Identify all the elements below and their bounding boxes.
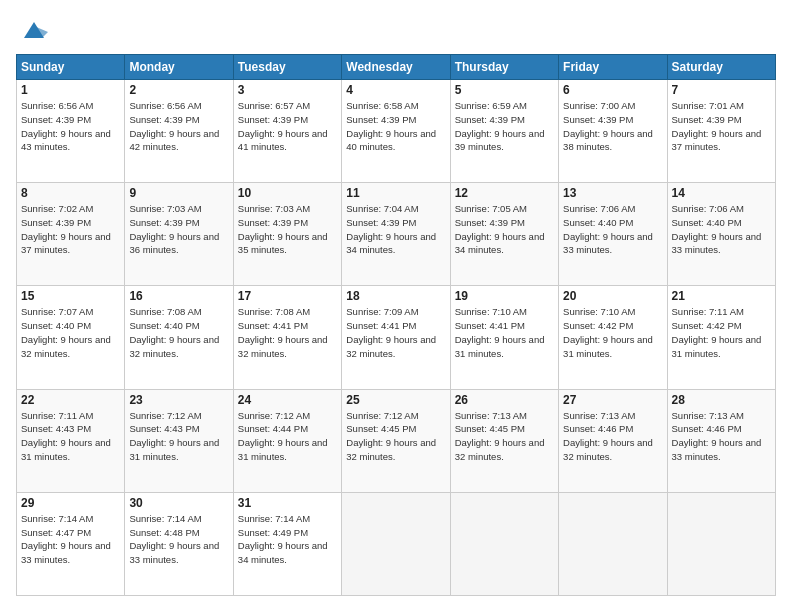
weekday-tuesday: Tuesday — [233, 55, 341, 80]
day-number: 9 — [129, 186, 228, 200]
calendar-week-5: 29 Sunrise: 7:14 AMSunset: 4:47 PMDaylig… — [17, 492, 776, 595]
calendar-cell: 11 Sunrise: 7:04 AMSunset: 4:39 PMDaylig… — [342, 183, 450, 286]
calendar-cell: 24 Sunrise: 7:12 AMSunset: 4:44 PMDaylig… — [233, 389, 341, 492]
day-info: Sunrise: 7:06 AMSunset: 4:40 PMDaylight:… — [672, 203, 762, 255]
weekday-header-row: SundayMondayTuesdayWednesdayThursdayFrid… — [17, 55, 776, 80]
calendar-cell: 8 Sunrise: 7:02 AMSunset: 4:39 PMDayligh… — [17, 183, 125, 286]
calendar-cell: 27 Sunrise: 7:13 AMSunset: 4:46 PMDaylig… — [559, 389, 667, 492]
day-number: 2 — [129, 83, 228, 97]
day-number: 7 — [672, 83, 771, 97]
calendar-cell: 28 Sunrise: 7:13 AMSunset: 4:46 PMDaylig… — [667, 389, 775, 492]
day-info: Sunrise: 7:13 AMSunset: 4:46 PMDaylight:… — [672, 410, 762, 462]
day-number: 4 — [346, 83, 445, 97]
calendar-cell — [559, 492, 667, 595]
calendar-cell: 7 Sunrise: 7:01 AMSunset: 4:39 PMDayligh… — [667, 80, 775, 183]
calendar-body: 1 Sunrise: 6:56 AMSunset: 4:39 PMDayligh… — [17, 80, 776, 596]
calendar-cell: 15 Sunrise: 7:07 AMSunset: 4:40 PMDaylig… — [17, 286, 125, 389]
calendar-cell: 13 Sunrise: 7:06 AMSunset: 4:40 PMDaylig… — [559, 183, 667, 286]
calendar-cell: 26 Sunrise: 7:13 AMSunset: 4:45 PMDaylig… — [450, 389, 558, 492]
calendar-cell: 17 Sunrise: 7:08 AMSunset: 4:41 PMDaylig… — [233, 286, 341, 389]
day-number: 25 — [346, 393, 445, 407]
calendar-cell: 16 Sunrise: 7:08 AMSunset: 4:40 PMDaylig… — [125, 286, 233, 389]
weekday-wednesday: Wednesday — [342, 55, 450, 80]
day-info: Sunrise: 7:14 AMSunset: 4:47 PMDaylight:… — [21, 513, 111, 565]
calendar-cell: 18 Sunrise: 7:09 AMSunset: 4:41 PMDaylig… — [342, 286, 450, 389]
day-info: Sunrise: 6:56 AMSunset: 4:39 PMDaylight:… — [129, 100, 219, 152]
day-number: 8 — [21, 186, 120, 200]
day-info: Sunrise: 7:01 AMSunset: 4:39 PMDaylight:… — [672, 100, 762, 152]
calendar-cell: 3 Sunrise: 6:57 AMSunset: 4:39 PMDayligh… — [233, 80, 341, 183]
calendar-cell: 22 Sunrise: 7:11 AMSunset: 4:43 PMDaylig… — [17, 389, 125, 492]
day-info: Sunrise: 7:04 AMSunset: 4:39 PMDaylight:… — [346, 203, 436, 255]
calendar-cell: 31 Sunrise: 7:14 AMSunset: 4:49 PMDaylig… — [233, 492, 341, 595]
day-number: 31 — [238, 496, 337, 510]
day-number: 28 — [672, 393, 771, 407]
day-number: 27 — [563, 393, 662, 407]
day-info: Sunrise: 7:08 AMSunset: 4:40 PMDaylight:… — [129, 306, 219, 358]
day-info: Sunrise: 7:03 AMSunset: 4:39 PMDaylight:… — [238, 203, 328, 255]
calendar-cell — [667, 492, 775, 595]
day-info: Sunrise: 7:02 AMSunset: 4:39 PMDaylight:… — [21, 203, 111, 255]
calendar-cell: 9 Sunrise: 7:03 AMSunset: 4:39 PMDayligh… — [125, 183, 233, 286]
day-info: Sunrise: 6:57 AMSunset: 4:39 PMDaylight:… — [238, 100, 328, 152]
day-number: 5 — [455, 83, 554, 97]
day-info: Sunrise: 6:59 AMSunset: 4:39 PMDaylight:… — [455, 100, 545, 152]
calendar-week-2: 8 Sunrise: 7:02 AMSunset: 4:39 PMDayligh… — [17, 183, 776, 286]
day-number: 3 — [238, 83, 337, 97]
day-info: Sunrise: 7:14 AMSunset: 4:49 PMDaylight:… — [238, 513, 328, 565]
day-info: Sunrise: 7:12 AMSunset: 4:45 PMDaylight:… — [346, 410, 436, 462]
day-info: Sunrise: 7:11 AMSunset: 4:43 PMDaylight:… — [21, 410, 111, 462]
day-info: Sunrise: 7:05 AMSunset: 4:39 PMDaylight:… — [455, 203, 545, 255]
calendar-cell: 21 Sunrise: 7:11 AMSunset: 4:42 PMDaylig… — [667, 286, 775, 389]
day-number: 18 — [346, 289, 445, 303]
weekday-monday: Monday — [125, 55, 233, 80]
day-number: 30 — [129, 496, 228, 510]
day-info: Sunrise: 7:13 AMSunset: 4:45 PMDaylight:… — [455, 410, 545, 462]
calendar-week-3: 15 Sunrise: 7:07 AMSunset: 4:40 PMDaylig… — [17, 286, 776, 389]
day-number: 11 — [346, 186, 445, 200]
day-number: 14 — [672, 186, 771, 200]
day-info: Sunrise: 7:13 AMSunset: 4:46 PMDaylight:… — [563, 410, 653, 462]
day-info: Sunrise: 7:09 AMSunset: 4:41 PMDaylight:… — [346, 306, 436, 358]
day-number: 24 — [238, 393, 337, 407]
calendar-cell: 10 Sunrise: 7:03 AMSunset: 4:39 PMDaylig… — [233, 183, 341, 286]
weekday-friday: Friday — [559, 55, 667, 80]
day-number: 22 — [21, 393, 120, 407]
day-number: 15 — [21, 289, 120, 303]
day-info: Sunrise: 6:58 AMSunset: 4:39 PMDaylight:… — [346, 100, 436, 152]
day-number: 29 — [21, 496, 120, 510]
day-number: 21 — [672, 289, 771, 303]
calendar-cell: 25 Sunrise: 7:12 AMSunset: 4:45 PMDaylig… — [342, 389, 450, 492]
calendar-week-1: 1 Sunrise: 6:56 AMSunset: 4:39 PMDayligh… — [17, 80, 776, 183]
calendar-cell: 2 Sunrise: 6:56 AMSunset: 4:39 PMDayligh… — [125, 80, 233, 183]
logo-icon — [20, 16, 48, 44]
calendar-cell — [342, 492, 450, 595]
calendar-cell — [450, 492, 558, 595]
day-number: 20 — [563, 289, 662, 303]
calendar-cell: 1 Sunrise: 6:56 AMSunset: 4:39 PMDayligh… — [17, 80, 125, 183]
day-info: Sunrise: 7:10 AMSunset: 4:42 PMDaylight:… — [563, 306, 653, 358]
day-number: 6 — [563, 83, 662, 97]
day-info: Sunrise: 7:00 AMSunset: 4:39 PMDaylight:… — [563, 100, 653, 152]
calendar-table: SundayMondayTuesdayWednesdayThursdayFrid… — [16, 54, 776, 596]
calendar-cell: 5 Sunrise: 6:59 AMSunset: 4:39 PMDayligh… — [450, 80, 558, 183]
day-info: Sunrise: 7:11 AMSunset: 4:42 PMDaylight:… — [672, 306, 762, 358]
calendar-cell: 29 Sunrise: 7:14 AMSunset: 4:47 PMDaylig… — [17, 492, 125, 595]
day-number: 17 — [238, 289, 337, 303]
day-info: Sunrise: 7:12 AMSunset: 4:44 PMDaylight:… — [238, 410, 328, 462]
day-number: 19 — [455, 289, 554, 303]
day-info: Sunrise: 7:07 AMSunset: 4:40 PMDaylight:… — [21, 306, 111, 358]
day-info: Sunrise: 7:14 AMSunset: 4:48 PMDaylight:… — [129, 513, 219, 565]
day-number: 16 — [129, 289, 228, 303]
calendar-cell: 14 Sunrise: 7:06 AMSunset: 4:40 PMDaylig… — [667, 183, 775, 286]
day-number: 1 — [21, 83, 120, 97]
day-info: Sunrise: 6:56 AMSunset: 4:39 PMDaylight:… — [21, 100, 111, 152]
day-info: Sunrise: 7:06 AMSunset: 4:40 PMDaylight:… — [563, 203, 653, 255]
calendar-week-4: 22 Sunrise: 7:11 AMSunset: 4:43 PMDaylig… — [17, 389, 776, 492]
logo — [16, 16, 48, 44]
day-number: 26 — [455, 393, 554, 407]
calendar-cell: 4 Sunrise: 6:58 AMSunset: 4:39 PMDayligh… — [342, 80, 450, 183]
weekday-thursday: Thursday — [450, 55, 558, 80]
calendar-cell: 30 Sunrise: 7:14 AMSunset: 4:48 PMDaylig… — [125, 492, 233, 595]
calendar-cell: 23 Sunrise: 7:12 AMSunset: 4:43 PMDaylig… — [125, 389, 233, 492]
